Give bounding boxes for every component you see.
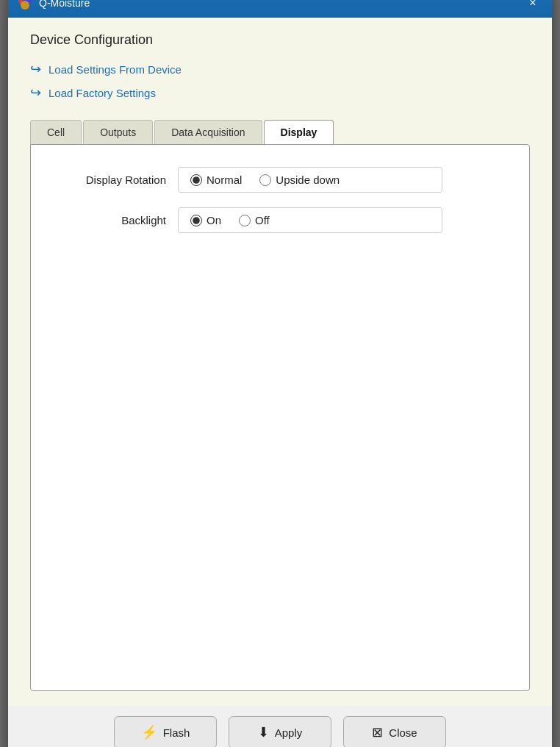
apply-icon: ⬇ xyxy=(258,724,269,740)
load-settings-label: Load Settings From Device xyxy=(49,63,182,76)
backlight-label: Backlight xyxy=(46,214,178,226)
svg-point-2 xyxy=(21,1,29,10)
tab-data-acquisition[interactable]: Data Acquisition xyxy=(154,120,262,144)
main-window: Q-Moisture × Device Configuration ↪ Load… xyxy=(8,0,552,747)
flash-icon: ⚡ xyxy=(141,724,157,740)
section-title: Device Configuration xyxy=(30,32,530,48)
tab-display[interactable]: Display xyxy=(264,120,334,144)
backlight-on-option[interactable]: On xyxy=(190,214,221,226)
window-body: Device Configuration ↪ Load Settings Fro… xyxy=(8,18,552,706)
backlight-on-radio[interactable] xyxy=(190,215,202,226)
close-window-button[interactable]: × xyxy=(523,0,543,13)
apply-label: Apply xyxy=(275,726,303,739)
close-label: Close xyxy=(389,726,417,739)
title-bar-left: Q-Moisture xyxy=(17,0,90,11)
tab-bar: Cell Outputs Data Acquisition Display xyxy=(30,120,530,144)
arrow-icon-2: ↪ xyxy=(30,85,41,101)
rotation-upsidedown-option[interactable]: Upside down xyxy=(259,174,340,186)
flash-button[interactable]: ⚡ Flash xyxy=(114,716,217,747)
rotation-normal-label: Normal xyxy=(207,174,242,186)
backlight-on-label: On xyxy=(207,214,221,226)
rotation-upsidedown-label: Upside down xyxy=(276,174,340,186)
display-rotation-label: Display Rotation xyxy=(46,174,178,186)
tabs-area: Cell Outputs Data Acquisition Display Di… xyxy=(30,120,530,691)
tab-content-display: Display Rotation Normal Upside down xyxy=(30,144,530,691)
close-icon: ⊠ xyxy=(372,724,383,740)
title-bar: Q-Moisture × xyxy=(8,0,552,18)
load-factory-label: Load Factory Settings xyxy=(49,87,156,99)
close-button[interactable]: ⊠ Close xyxy=(343,716,446,747)
tab-outputs[interactable]: Outputs xyxy=(83,120,153,144)
arrow-icon: ↪ xyxy=(30,61,41,77)
app-icon xyxy=(17,0,33,11)
apply-button[interactable]: ⬇ Apply xyxy=(229,716,331,747)
load-settings-link[interactable]: ↪ Load Settings From Device xyxy=(30,61,530,77)
backlight-off-option[interactable]: Off xyxy=(239,214,270,226)
flash-label: Flash xyxy=(163,726,190,739)
backlight-off-radio[interactable] xyxy=(239,215,251,226)
load-factory-link[interactable]: ↪ Load Factory Settings xyxy=(30,85,530,101)
tab-cell[interactable]: Cell xyxy=(30,120,82,144)
rotation-upsidedown-radio[interactable] xyxy=(259,174,271,186)
rotation-normal-option[interactable]: Normal xyxy=(190,174,242,186)
bottom-bar: ⚡ Flash ⬇ Apply ⊠ Close xyxy=(8,706,552,747)
app-title: Q-Moisture xyxy=(39,0,90,9)
display-rotation-row: Display Rotation Normal Upside down xyxy=(46,167,514,193)
rotation-normal-radio[interactable] xyxy=(190,174,202,186)
backlight-off-label: Off xyxy=(255,214,270,226)
display-rotation-group: Normal Upside down xyxy=(178,167,442,193)
backlight-group: On Off xyxy=(178,207,442,233)
backlight-row: Backlight On Off xyxy=(46,207,514,233)
